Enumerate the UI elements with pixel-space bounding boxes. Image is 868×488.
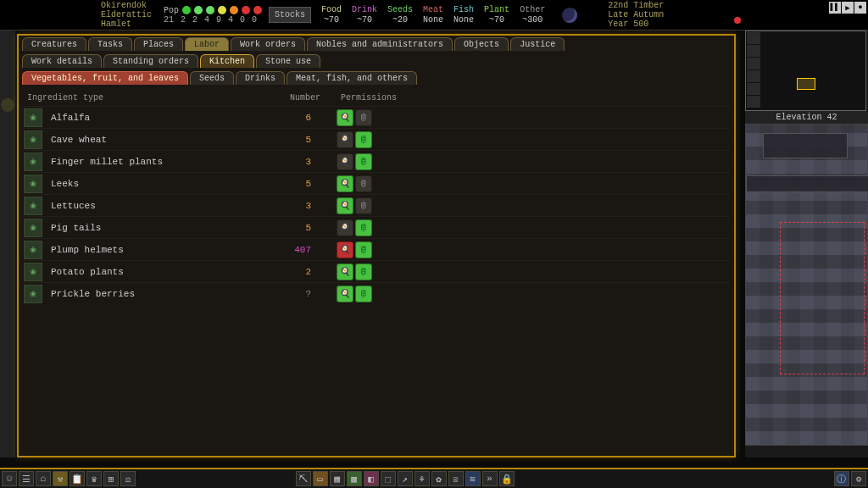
cook-toggle[interactable]: 🍳 [337,263,353,280]
cook-toggle[interactable]: 🍳 [337,241,353,258]
minimap[interactable] [745,30,866,111]
tab-vegetables[interactable]: Vegetables, fruit, and leaves [22,71,188,85]
build-button[interactable]: ▭ [313,471,328,486]
minimap-layer-icon[interactable] [747,96,760,108]
citizens-button[interactable]: ☺ [2,471,17,486]
tab-nobles[interactable]: Nobles and administrators [307,37,453,51]
brew-toggle[interactable]: 🛢 [355,197,372,214]
permission-buttons: 🍳🛢 [337,241,372,258]
mood-count-4: 4 [228,15,233,25]
hauling-button[interactable]: ↗ [398,471,413,486]
stocks-button[interactable]: Stocks [269,7,311,23]
date-block: 22nd Timber Late Autumn Year 500 [608,1,664,29]
cook-toggle[interactable]: 🍳 [337,153,353,170]
pause-button[interactable]: ▌▌ [829,2,841,14]
minimap-layer-icon[interactable] [747,83,760,95]
mood-count-1: 2 [192,15,198,25]
tab-standing-orders[interactable]: Standing orders [103,54,198,68]
brew-toggle[interactable]: 🛢 [355,175,372,192]
erase-button[interactable]: ◧ [364,471,379,486]
tab-objects[interactable]: Objects [454,37,509,51]
ingredient-icon: ❀ [24,175,42,193]
minimap-viewport[interactable] [797,78,815,90]
chop-button[interactable]: ⚘ [415,471,430,486]
objects-button[interactable]: ⊞ [103,471,119,486]
cook-toggle[interactable]: 🍳 [337,286,353,302]
game-world-view[interactable] [745,124,868,446]
settings-button[interactable]: ⚙ [851,471,866,486]
permission-buttons: 🍳🛢 [337,153,372,170]
minimap-layer-icon[interactable] [747,32,760,44]
work-orders-button[interactable]: 📋 [70,471,85,486]
mood-haggard-icon [253,6,262,14]
alert-indicator-icon[interactable] [734,17,741,24]
tab-creatures[interactable]: Creatures [22,37,86,51]
res-seeds-value: ~20 [392,15,408,25]
justice-button[interactable]: ⚖ [120,471,136,486]
ingredient-count: 2 [284,267,337,277]
ingredient-icon: ❀ [24,285,42,303]
route-button[interactable]: » [482,471,498,486]
mood-miserable-icon [242,6,250,14]
tab-work-orders[interactable]: Work orders [231,37,305,51]
brew-toggle[interactable]: 🛢 [355,241,372,258]
stockpile-button[interactable]: ⬚ [381,471,396,486]
labor-button[interactable]: ⚒ [53,471,68,486]
tab-meat-fish[interactable]: Meat, fish, and others [287,71,417,85]
tab-labor[interactable]: Labor [185,37,229,51]
brew-toggle[interactable]: 🛢 [355,263,372,280]
brew-toggle[interactable]: 🛢 [355,109,372,126]
fortress-name-block: Okirendok Elderattic Hamlet [101,1,160,29]
mass-forbid-button[interactable]: ☒ [448,471,464,486]
cook-toggle[interactable]: 🍳 [337,197,353,214]
tasks-button[interactable]: ☰ [19,471,34,486]
places-button[interactable]: ⌂ [36,471,51,486]
dump-button[interactable]: ≋ [465,471,481,486]
ingredient-row: ❀Potato plants2🍳🛢 [24,260,729,282]
brew-toggle[interactable]: 🛢 [355,219,372,236]
minimap-layer-icon[interactable] [747,70,760,82]
lock-button[interactable]: 🔒 [499,471,515,486]
brew-toggle[interactable]: 🛢 [355,286,372,302]
place-button[interactable]: ▦ [330,471,345,486]
elevation-label: Elevation 42 [745,111,868,124]
ingredient-name: Pig tails [51,223,284,233]
tab-justice[interactable]: Justice [510,37,565,51]
cook-toggle[interactable]: 🍳 [337,219,353,236]
ingredient-icon: ❀ [24,108,42,127]
ingredient-count: 5 [284,135,337,145]
cook-toggle[interactable]: 🍳 [337,109,353,126]
tab-seeds[interactable]: Seeds [190,71,234,85]
cook-toggle[interactable]: 🍳 [337,131,353,148]
fortress-civ: Elderattic [101,10,160,19]
notification-icon[interactable] [1,98,14,112]
ingredient-icon: ❀ [24,219,42,237]
gather-button[interactable]: ✿ [431,471,447,486]
tab-kitchen[interactable]: Kitchen [200,54,254,68]
ingredient-icon: ❀ [24,263,42,281]
cook-toggle[interactable]: 🍳 [337,175,353,192]
minimap-layer-icon[interactable] [747,58,760,69]
minimap-layer-icon[interactable] [747,45,760,57]
dig-button[interactable]: ⛏ [296,471,311,486]
brew-toggle[interactable]: 🛢 [355,153,372,170]
ingredient-row: ❀Plump helmets407🍳🛢 [24,238,729,260]
ingredient-count: 6 [284,113,337,123]
date-year: Year 500 [608,19,664,29]
step-button[interactable]: ● [854,2,866,14]
resource-summary: Food~70 Drink~70 Seeds~20 MeatNone FishN… [321,5,545,25]
info-button[interactable]: ⓘ [834,471,849,486]
tab-stone-use[interactable]: Stone use [256,54,320,68]
nobles-button[interactable]: ♛ [86,471,102,486]
play-button[interactable]: ▶ [842,2,854,14]
ingredient-name: Leeks [51,179,284,189]
fortress-type: Hamlet [101,19,160,29]
brew-toggle[interactable]: 🛢 [355,131,372,148]
zone-button[interactable]: ▩ [347,471,362,486]
tab-tasks[interactable]: Tasks [88,37,132,51]
tab-places[interactable]: Places [134,37,183,51]
pop-total: 21 [164,15,174,25]
tab-drinks[interactable]: Drinks [236,71,285,85]
permission-buttons: 🍳🛢 [337,286,372,302]
tab-work-details[interactable]: Work details [22,54,102,68]
